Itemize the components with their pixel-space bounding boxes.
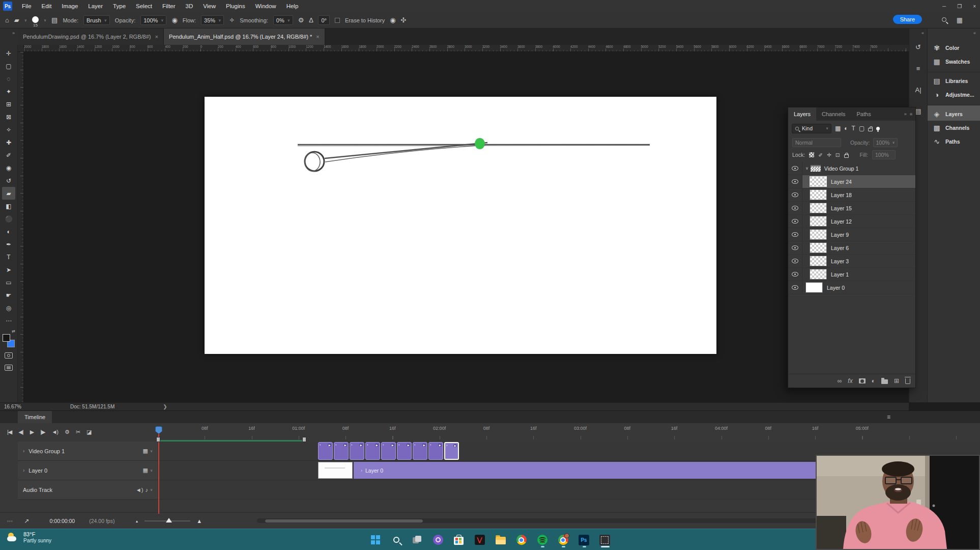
visibility-eye-icon[interactable] [792, 166, 798, 171]
healing-brush-tool[interactable]: ✚ [2, 136, 15, 149]
status-arrow-icon[interactable]: ❯ [163, 404, 167, 409]
foreground-color-swatch[interactable] [3, 334, 10, 342]
swap-colors-icon[interactable]: ⇄ [12, 329, 15, 334]
erase-to-history-checkbox[interactable] [335, 18, 340, 23]
layer-group-row[interactable]: ∨ Video Group 1 [788, 162, 915, 175]
history-brush-tool[interactable]: ↺ [2, 174, 15, 187]
layer-name[interactable]: Layer 6 [831, 245, 849, 251]
size-pressure-icon[interactable]: ◉ [390, 16, 395, 24]
layer-filter-select[interactable]: Kind ∨ [792, 124, 831, 133]
layer-thumbnail[interactable] [810, 203, 827, 213]
file-explorer-icon[interactable] [494, 532, 507, 547]
layer-row[interactable]: Layer 6 [788, 241, 915, 255]
share-button[interactable]: Share [893, 15, 922, 24]
expand-panels-icon[interactable]: « [921, 31, 924, 36]
render-video-icon[interactable]: ↗ [24, 517, 30, 525]
work-area-start-handle[interactable] [156, 437, 160, 442]
split-at-playhead-button[interactable]: ✂ [76, 429, 80, 435]
hand-tool[interactable]: ☛ [2, 289, 15, 301]
menu-item[interactable]: Edit [37, 1, 56, 11]
tool-preset-dropdown-icon[interactable]: ∨ [24, 18, 27, 22]
mute-audio-button[interactable]: ◄) [51, 429, 58, 435]
lock-position-icon[interactable]: ✛ [827, 152, 831, 158]
video-clip[interactable]: › ▶ [381, 442, 396, 460]
visibility-eye-icon[interactable] [792, 285, 798, 290]
chevron-down-icon[interactable]: ∨ [150, 449, 153, 453]
chevron-right-icon[interactable]: › [23, 448, 24, 454]
mode-select[interactable]: Brush ∨ [83, 15, 110, 25]
group-name[interactable]: Video Group 1 [824, 166, 859, 172]
visibility-eye-icon[interactable] [792, 259, 798, 263]
video-clip[interactable]: › ▶ [350, 442, 364, 460]
visibility-eye-icon[interactable] [792, 219, 798, 224]
layers-panel-tab[interactable]: Channels [816, 107, 851, 121]
layer-thumbnail[interactable] [810, 229, 827, 240]
dock-item-color[interactable]: ✾ Color [928, 41, 980, 54]
track-header-video-group[interactable]: › Video Group 1 ▦ ∨ [18, 442, 158, 461]
search-icon[interactable] [942, 17, 946, 22]
visibility-eye-icon[interactable] [792, 193, 798, 197]
menu-item[interactable]: Filter [158, 1, 180, 11]
brush-tool[interactable]: ✐ [2, 149, 15, 161]
video-clip[interactable]: › ▶ [318, 442, 333, 460]
photoshop-taskbar-icon[interactable]: Ps [578, 532, 591, 547]
convert-frames-icon[interactable]: ▫▫▫ [7, 519, 13, 524]
layer-name[interactable]: Layer 3 [831, 258, 849, 264]
maximize-button[interactable]: ❐ [957, 4, 962, 9]
menu-item[interactable]: Plugins [221, 1, 250, 11]
properties-panel-icon[interactable]: ≡ [911, 61, 926, 75]
lasso-tool[interactable]: ◌ [2, 72, 15, 85]
chrome-profile-icon[interactable] [557, 532, 570, 547]
track-filmstrip-icon[interactable]: ▦ [142, 467, 148, 474]
transition-button[interactable]: ◪ [87, 429, 91, 435]
filter-shape-layers-icon[interactable]: ▢ [859, 125, 864, 132]
start-button[interactable] [369, 532, 382, 547]
dock-item-libraries[interactable]: ▤ Libraries [928, 72, 980, 88]
pen-tool[interactable]: ✒ [2, 238, 15, 251]
layer-name[interactable]: Layer 9 [831, 232, 849, 238]
layer-row[interactable]: Layer 1 [788, 268, 915, 281]
video-clip[interactable]: › ▶ [428, 442, 443, 460]
opacity-pressure-icon[interactable]: ◉ [171, 16, 177, 24]
add-mask-icon[interactable] [859, 378, 866, 383]
filter-type-layers-icon[interactable]: T [852, 125, 855, 132]
lock-all-icon[interactable] [844, 154, 849, 158]
document-tab[interactable]: PendulumDrawing.psd @ 16.7% (Layer 2, RG… [18, 29, 164, 45]
play-button[interactable]: ▶ [30, 429, 34, 435]
layer-name[interactable]: Layer 24 [831, 179, 852, 185]
speaker-icon[interactable]: ◄) [136, 487, 143, 493]
marquee-tool[interactable]: ▢ [2, 60, 15, 72]
brush-picker-dropdown-icon[interactable]: ∨ [44, 18, 46, 22]
predator-app-icon[interactable]: ⋁ [473, 532, 486, 547]
path-selection-tool[interactable]: ➤ [2, 263, 15, 276]
menu-item[interactable]: Window [251, 1, 281, 11]
gradient-tool[interactable]: ◧ [2, 200, 15, 212]
link-layers-icon[interactable]: ∞ [838, 377, 842, 384]
blur-tool[interactable]: ⚫ [2, 212, 15, 225]
track-header-layer0[interactable]: › Layer 0 ▦ ∨ [18, 461, 158, 480]
timeline-ruler[interactable]: 08f 16f 01:00f 08f 16f 02:00f 08f 16f 03… [158, 424, 980, 439]
dock-item-channels[interactable]: ▩ Channels [928, 121, 980, 134]
workspace-switcher-icon[interactable]: ▦ [957, 16, 963, 24]
eyedropper-tool[interactable]: ✧ [2, 123, 15, 136]
visibility-eye-icon[interactable] [792, 206, 798, 210]
rectangle-tool[interactable]: ▭ [2, 276, 15, 289]
layer-row[interactable]: Layer 9 [788, 228, 915, 241]
screen-mode-button[interactable] [5, 365, 13, 371]
zoom-level[interactable]: 16.67% [4, 404, 40, 409]
visibility-eye-icon[interactable] [792, 232, 798, 237]
delete-layer-icon[interactable] [905, 378, 910, 384]
chevron-down-icon[interactable]: ∨ [150, 488, 153, 492]
filter-pixel-layers-icon[interactable]: ▦ [835, 125, 841, 132]
visibility-eye-icon[interactable] [792, 179, 798, 184]
filter-adjustment-layers-icon[interactable]: ◐ [844, 125, 848, 132]
layers-panel-tab[interactable]: Layers [788, 107, 816, 121]
brush-preset-picker[interactable]: 15 [32, 16, 39, 28]
layer-thumbnail[interactable] [810, 189, 827, 200]
layer-thumbnail[interactable] [810, 176, 827, 187]
edit-toolbar[interactable]: ⋯ [2, 314, 15, 327]
microsoft-store-icon[interactable] [452, 532, 466, 547]
go-to-first-frame-button[interactable]: |◀ [7, 429, 12, 435]
layer-row[interactable]: Layer 24 [788, 175, 915, 188]
video-clip[interactable]: › ▶ [334, 442, 349, 460]
